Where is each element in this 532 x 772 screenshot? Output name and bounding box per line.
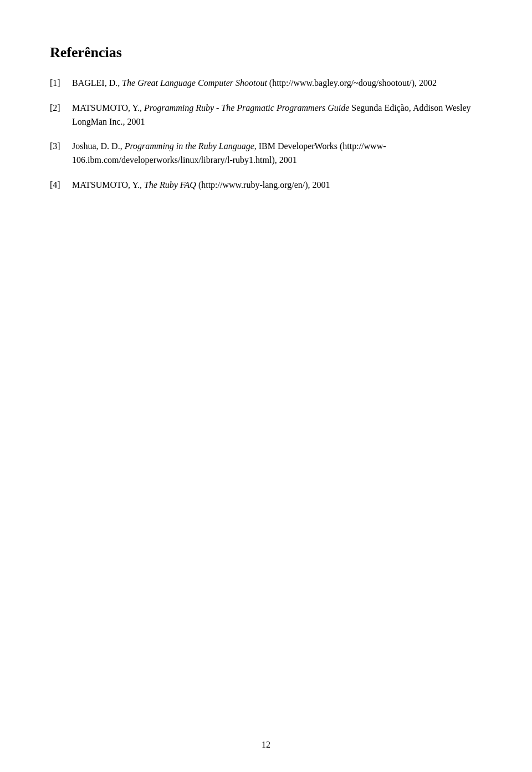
page-title: Referências	[50, 44, 482, 61]
ref-number-4: [4]	[50, 178, 72, 192]
list-item: [1] BAGLEI, D., The Great Language Compu…	[50, 76, 482, 90]
page-container: Referências [1] BAGLEI, D., The Great La…	[0, 0, 532, 772]
ref-number-3: [3]	[50, 140, 72, 167]
ref-content-2: MATSUMOTO, Y., Programming Ruby - The Pr…	[72, 101, 482, 129]
ref-number-2: [2]	[50, 101, 72, 129]
list-item: [4] MATSUMOTO, Y., The Ruby FAQ (http://…	[50, 178, 482, 192]
list-item: [3] Joshua, D. D., Programming in the Ru…	[50, 140, 482, 167]
page-number-text: 12	[262, 740, 270, 749]
ref-content-4: MATSUMOTO, Y., The Ruby FAQ (http://www.…	[72, 178, 482, 192]
ref-content-3: Joshua, D. D., Programming in the Ruby L…	[72, 140, 482, 167]
ref-number-1: [1]	[50, 76, 72, 90]
page-number: 12	[0, 740, 532, 750]
list-item: [2] MATSUMOTO, Y., Programming Ruby - Th…	[50, 101, 482, 129]
ref-content-1: BAGLEI, D., The Great Language Computer …	[72, 76, 482, 90]
references-list: [1] BAGLEI, D., The Great Language Compu…	[50, 76, 482, 192]
